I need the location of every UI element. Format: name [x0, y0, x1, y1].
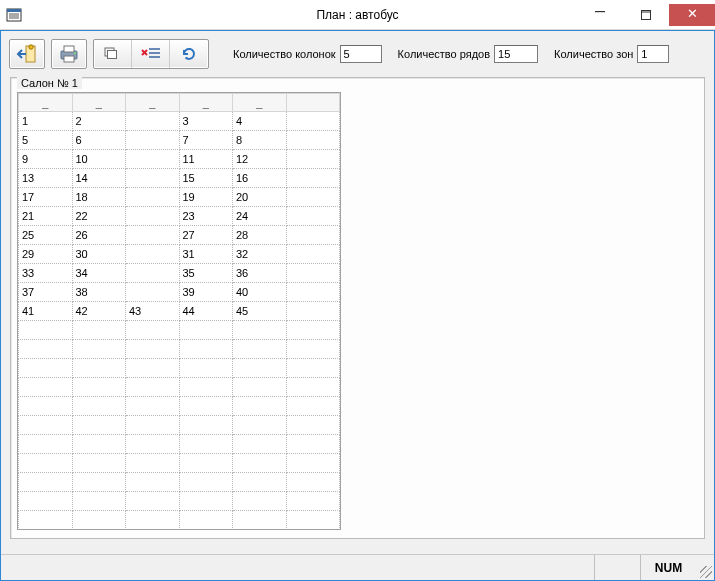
grid-cell[interactable] [179, 454, 233, 473]
layout-button[interactable] [94, 40, 132, 68]
grid-cell[interactable]: 12 [233, 150, 287, 169]
grid-cell[interactable]: 39 [179, 283, 233, 302]
grid-cell[interactable] [179, 378, 233, 397]
grid-cell[interactable] [286, 511, 340, 530]
grid-header-cell[interactable]: _ [19, 94, 73, 112]
close-button[interactable]: ✕ [669, 4, 715, 26]
grid-cell[interactable] [126, 264, 180, 283]
grid-cell[interactable] [72, 340, 126, 359]
grid-cell[interactable] [233, 492, 287, 511]
grid-cell[interactable] [233, 454, 287, 473]
grid-cell[interactable] [126, 359, 180, 378]
grid-cell[interactable] [72, 397, 126, 416]
grid-cell[interactable] [126, 131, 180, 150]
grid-cell[interactable] [19, 473, 73, 492]
maximize-button[interactable] [623, 4, 669, 26]
grid-cell[interactable] [126, 283, 180, 302]
grid-cell[interactable] [286, 416, 340, 435]
grid-cell[interactable]: 8 [233, 131, 287, 150]
print-button[interactable] [51, 39, 87, 69]
grid-cell[interactable] [286, 435, 340, 454]
grid-cell[interactable] [72, 359, 126, 378]
columns-input[interactable] [340, 45, 382, 63]
grid-cell[interactable] [19, 321, 73, 340]
grid-cell[interactable] [286, 112, 340, 131]
grid-cell[interactable] [286, 169, 340, 188]
grid-cell[interactable] [286, 321, 340, 340]
grid-cell[interactable]: 44 [179, 302, 233, 321]
grid-cell[interactable] [233, 416, 287, 435]
refresh-button[interactable] [170, 40, 208, 68]
grid-cell[interactable] [233, 511, 287, 530]
grid-cell[interactable] [179, 340, 233, 359]
grid-cell[interactable] [72, 435, 126, 454]
grid-header-cell[interactable] [286, 94, 340, 112]
grid-cell[interactable] [286, 454, 340, 473]
rows-input[interactable] [494, 45, 538, 63]
grid-cell[interactable] [126, 188, 180, 207]
grid-cell[interactable] [126, 226, 180, 245]
grid-cell[interactable]: 31 [179, 245, 233, 264]
grid-cell[interactable]: 33 [19, 264, 73, 283]
grid-cell[interactable] [233, 378, 287, 397]
grid-header-cell[interactable]: _ [179, 94, 233, 112]
grid-cell[interactable] [286, 207, 340, 226]
delete-row-button[interactable] [132, 40, 170, 68]
grid-header-cell[interactable]: _ [72, 94, 126, 112]
grid-cell[interactable] [286, 150, 340, 169]
grid-cell[interactable] [19, 511, 73, 530]
grid-cell[interactable]: 6 [72, 131, 126, 150]
grid-cell[interactable]: 2 [72, 112, 126, 131]
grid-cell[interactable] [286, 245, 340, 264]
grid-cell[interactable]: 36 [233, 264, 287, 283]
grid-cell[interactable]: 26 [72, 226, 126, 245]
grid-cell[interactable] [126, 454, 180, 473]
grid-cell[interactable]: 37 [19, 283, 73, 302]
grid-cell[interactable]: 38 [72, 283, 126, 302]
grid-cell[interactable] [286, 378, 340, 397]
grid-cell[interactable] [233, 397, 287, 416]
grid-cell[interactable] [19, 416, 73, 435]
grid-cell[interactable] [233, 435, 287, 454]
grid-cell[interactable] [126, 435, 180, 454]
grid-cell[interactable]: 21 [19, 207, 73, 226]
grid-cell[interactable]: 18 [72, 188, 126, 207]
grid-cell[interactable] [126, 416, 180, 435]
grid-cell[interactable] [72, 321, 126, 340]
grid-cell[interactable] [126, 511, 180, 530]
grid-cell[interactable] [286, 226, 340, 245]
grid-cell[interactable] [126, 207, 180, 226]
grid-cell[interactable]: 42 [72, 302, 126, 321]
grid-cell[interactable] [72, 473, 126, 492]
resize-grip[interactable] [696, 555, 714, 580]
grid-cell[interactable]: 4 [233, 112, 287, 131]
grid-cell[interactable] [286, 188, 340, 207]
grid-cell[interactable] [126, 245, 180, 264]
grid-cell[interactable]: 34 [72, 264, 126, 283]
grid-cell[interactable]: 1 [19, 112, 73, 131]
grid-cell[interactable] [126, 473, 180, 492]
grid-cell[interactable] [72, 492, 126, 511]
grid-cell[interactable]: 32 [233, 245, 287, 264]
grid-cell[interactable]: 30 [72, 245, 126, 264]
grid-cell[interactable] [19, 454, 73, 473]
grid-cell[interactable] [286, 473, 340, 492]
grid-cell[interactable] [19, 397, 73, 416]
grid-cell[interactable] [286, 340, 340, 359]
grid-cell[interactable] [286, 397, 340, 416]
grid-cell[interactable] [72, 416, 126, 435]
grid-cell[interactable]: 27 [179, 226, 233, 245]
grid-cell[interactable]: 11 [179, 150, 233, 169]
grid-cell[interactable] [126, 378, 180, 397]
grid-cell[interactable] [19, 359, 73, 378]
grid-cell[interactable]: 13 [19, 169, 73, 188]
grid-cell[interactable]: 23 [179, 207, 233, 226]
grid-cell[interactable] [72, 378, 126, 397]
grid-cell[interactable] [286, 359, 340, 378]
grid-cell[interactable] [233, 473, 287, 492]
grid-cell[interactable]: 45 [233, 302, 287, 321]
grid-cell[interactable]: 7 [179, 131, 233, 150]
grid-cell[interactable] [179, 435, 233, 454]
grid-cell[interactable]: 10 [72, 150, 126, 169]
minimize-button[interactable]: – [577, 4, 623, 26]
